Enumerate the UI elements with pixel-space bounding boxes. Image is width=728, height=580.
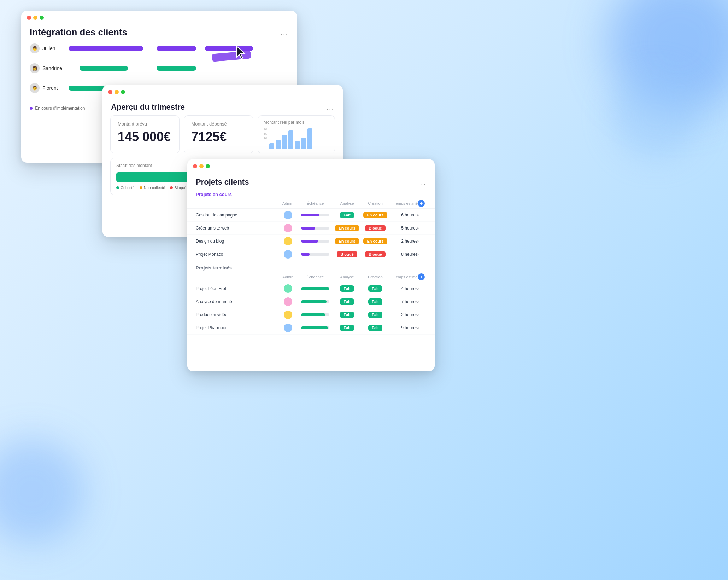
avatar — [284, 211, 292, 219]
table-row[interactable]: Projet Pharmacol Fait Fait 9 heures — [187, 321, 435, 335]
row-more-icon: › — [418, 226, 419, 231]
table-row[interactable]: Projet Monaco Bloqué Bloqué 8 heures — [187, 248, 435, 261]
minimize-dot-projets[interactable] — [199, 164, 204, 168]
echeance-fill — [301, 326, 328, 329]
table-row[interactable]: Créer un site web En cours Bloqué 5 heur… — [187, 222, 435, 235]
creation-badge: En cours — [363, 212, 387, 218]
proj-admin — [278, 311, 298, 319]
table-row[interactable]: Production vidéo Fait Fait 2 heures — [187, 308, 435, 321]
proj-analyse: Fait — [333, 312, 361, 318]
col-plus-header-c: + — [418, 273, 426, 280]
proj-analyse: Fait — [333, 298, 361, 305]
echeance-bar — [301, 214, 329, 216]
projets-window: Projets clients ... Projets en cours Adm… — [187, 159, 435, 371]
chart-y-label: 5 — [264, 141, 267, 145]
close-dot-apercu[interactable] — [108, 90, 112, 94]
creation-badge: Fait — [368, 312, 382, 318]
avatar — [284, 324, 292, 332]
echeance-bar — [301, 253, 329, 256]
gantt-title: Intégration des clients — [30, 27, 127, 38]
mini-bar — [288, 130, 293, 149]
table-row[interactable]: Design du blog En cours En cours 2 heure… — [187, 235, 435, 248]
creation-badge: Fait — [368, 285, 382, 292]
proj-admin — [278, 297, 298, 306]
echeance-fill — [301, 214, 319, 216]
maximize-dot-projets[interactable] — [206, 164, 210, 168]
proj-analyse: Fait — [333, 285, 361, 292]
close-dot-projets[interactable] — [193, 164, 197, 168]
cursor-icon — [235, 45, 248, 61]
row-more-icon: › — [418, 286, 419, 291]
proj-echeance — [298, 326, 333, 329]
table-row[interactable]: Gestion de campagne Fait En cours 6 heur… — [187, 209, 435, 222]
echeance-fill — [301, 240, 318, 243]
proj-creation: Fait — [361, 312, 389, 318]
echeance-fill — [301, 227, 315, 230]
proj-echeance — [298, 300, 333, 303]
echeance-fill — [301, 287, 329, 290]
proj-row-more: › — [418, 286, 426, 291]
chart-y-label: 20 — [264, 128, 267, 131]
chart-y-label: 10 — [264, 137, 267, 140]
col-temps-header: Temps estimé — [389, 201, 418, 205]
col-admin-header-c: Admin — [278, 275, 298, 279]
proj-creation: Fait — [361, 325, 389, 331]
proj-temps: 4 heures — [389, 286, 418, 291]
bar-chart: 20151050 — [264, 128, 329, 149]
proj-row-more: › — [418, 239, 426, 244]
active-section-title: Projets en cours — [187, 190, 435, 198]
montant-prevu-label: Montant prévu — [118, 121, 172, 127]
minimize-dot[interactable] — [33, 16, 37, 20]
proj-creation: Bloqué — [361, 251, 389, 257]
row-more-icon: › — [418, 299, 419, 304]
minimize-dot-apercu[interactable] — [115, 90, 119, 94]
analyse-badge: Fait — [340, 285, 354, 292]
proj-row-more: › — [418, 325, 426, 330]
echeance-fill — [301, 253, 310, 256]
analyse-badge: En cours — [335, 238, 359, 244]
proj-analyse: Fait — [333, 212, 361, 218]
montant-depense-label: Montant dépensé — [191, 121, 246, 127]
proj-echeance — [298, 240, 333, 243]
proj-creation: En cours — [361, 238, 389, 244]
proj-temps: 5 heures — [389, 226, 418, 231]
proj-name: Projet Monaco — [196, 252, 278, 257]
creation-badge: Bloqué — [365, 251, 385, 257]
analyse-badge: Fait — [340, 325, 354, 331]
table-row[interactable]: Projet Léon Frot Fait Fait 4 heures — [187, 282, 435, 295]
echeance-fill — [301, 300, 327, 303]
proj-row-more: › — [418, 299, 426, 304]
add-column-button-c[interactable]: + — [418, 273, 425, 280]
projets-more-button[interactable]: ... — [418, 178, 426, 186]
chart-card: Montant réel par mois 20151050 — [258, 115, 335, 153]
mini-bar — [295, 141, 300, 149]
echeance-bar — [301, 313, 329, 316]
proj-temps: 8 heures — [389, 252, 418, 257]
gantt-more-button[interactable]: ... — [280, 28, 288, 36]
proj-row-more: › — [418, 213, 426, 218]
apercu-window-controls — [102, 85, 343, 98]
proj-echeance — [298, 287, 333, 290]
proj-name: Design du blog — [196, 239, 278, 244]
gantt-person: 👨Julien — [30, 44, 69, 53]
echeance-bar — [301, 326, 329, 329]
avatar — [284, 284, 292, 293]
projets-title: Projets clients — [196, 178, 249, 187]
avatar — [284, 311, 292, 319]
projets-table-header-active: Admin Échéance Analyse Création Temps es… — [187, 198, 435, 209]
proj-creation: Bloqué — [361, 225, 389, 231]
creation-badge: Fait — [368, 325, 382, 331]
chart-y-label: 0 — [264, 145, 267, 149]
statut-legend-item: Non collecté — [140, 186, 165, 190]
avatar: 👨 — [30, 44, 40, 53]
row-more-icon: › — [418, 252, 419, 257]
proj-admin — [278, 237, 298, 245]
apercu-more-button[interactable]: ... — [326, 103, 334, 111]
table-row[interactable]: Analyse de marché Fait Fait 7 heures — [187, 295, 435, 308]
proj-temps: 9 heures — [389, 325, 418, 330]
maximize-dot[interactable] — [40, 16, 44, 20]
add-column-button[interactable]: + — [418, 200, 425, 207]
maximize-dot-apercu[interactable] — [121, 90, 125, 94]
row-more-icon: › — [418, 312, 419, 317]
close-dot[interactable] — [27, 16, 31, 20]
